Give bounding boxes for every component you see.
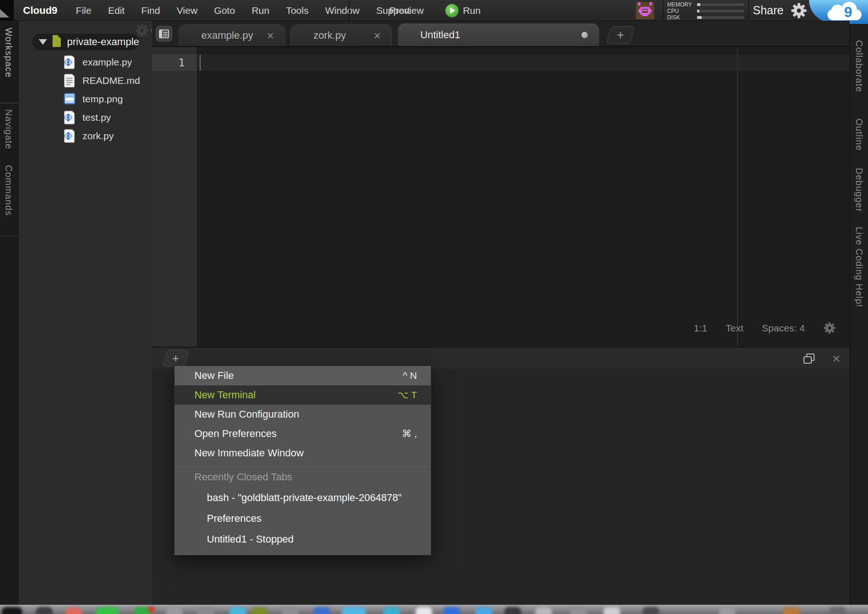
menu-run[interactable]: Run — [243, 0, 278, 21]
close-icon[interactable]: × — [267, 29, 274, 42]
dock-icon — [475, 607, 492, 614]
dock-icon — [166, 607, 182, 614]
close-icon[interactable]: × — [374, 29, 381, 42]
tab-untitled1[interactable]: Untitled1 — [398, 23, 599, 46]
disk-stat: DISK — [667, 14, 745, 20]
dock-icon — [383, 607, 400, 614]
run-button[interactable]: Run — [445, 0, 481, 21]
settings-gear-icon[interactable] — [791, 2, 807, 19]
sidebar-tab-workspace[interactable]: Workspace — [3, 28, 14, 78]
tab-list-button[interactable] — [156, 26, 172, 41]
spaces-setting[interactable]: Spaces: 4 — [762, 323, 805, 334]
tree-item-temp-png[interactable]: temp.png — [18, 90, 152, 108]
tab-example-py[interactable]: example.py × — [179, 24, 285, 46]
line-number: 1 — [152, 54, 197, 71]
tab-zork-py[interactable]: zork.py × — [291, 24, 392, 46]
tree-item-zork-py[interactable]: zork.py — [18, 127, 152, 145]
folder-icon — [53, 37, 61, 47]
dock-icon — [604, 607, 620, 614]
dock-icon — [570, 607, 587, 614]
sidebar-tab-outline[interactable]: Outline — [854, 118, 864, 151]
console-plus-menu: New File ^ N New Terminal ⌥ T New Run Co… — [174, 366, 431, 555]
console-new-tab-button[interactable]: + — [163, 350, 189, 366]
python-file-icon — [64, 129, 76, 143]
menu-find[interactable]: Find — [133, 0, 169, 21]
menu-item-new-run-configuration[interactable]: New Run Configuration — [175, 405, 431, 424]
sidebar-tab-collaborate[interactable]: Collaborate — [854, 40, 864, 92]
dock-icon — [313, 607, 330, 614]
cursor-position[interactable]: 1:1 — [694, 323, 707, 334]
dock-icon — [783, 607, 800, 614]
memory-stat: MEMORY — [667, 1, 745, 7]
file-tree-panel: ▼ private-example example.py README.md t… — [18, 21, 152, 605]
user-avatar[interactable] — [636, 2, 654, 19]
tree-file-list: example.py README.md temp.png test.py zo… — [18, 53, 152, 145]
disk-bar — [697, 16, 745, 19]
preview-button[interactable]: Preview — [389, 0, 424, 21]
dock-icon — [282, 607, 299, 614]
dock-icon — [504, 607, 521, 614]
tree-item-test-py[interactable]: test.py — [18, 108, 152, 127]
dock-icon — [643, 607, 659, 614]
menu-window[interactable]: Window — [317, 0, 368, 21]
tree-gear-icon — [135, 24, 149, 37]
run-controls: Preview Run — [389, 0, 481, 21]
divider — [823, 351, 824, 366]
left-rail: Workspace Navigate Commands — [0, 21, 18, 605]
menubar-divider — [349, 0, 350, 21]
sidebar-tab-debugger[interactable]: Debugger — [854, 168, 864, 212]
menu-item-recent-untitled1[interactable]: Untitled1 - Stopped — [175, 529, 431, 549]
macos-dock[interactable] — [0, 605, 868, 614]
window-corner — [0, 0, 14, 21]
tree-item-example-py[interactable]: example.py — [18, 53, 152, 71]
menu-item-new-file[interactable]: New File ^ N — [175, 366, 431, 385]
tree-item-readme-md[interactable]: README.md — [18, 71, 152, 90]
menu-tools[interactable]: Tools — [278, 0, 317, 21]
dock-icon — [251, 607, 268, 614]
editor-pane[interactable]: 1 1:1 Text Spaces: 4 — [152, 46, 850, 347]
cpu-stat: CPU — [667, 8, 745, 14]
shortcut-new-terminal: ⌥ T — [398, 390, 417, 401]
disclosure-triangle-icon[interactable] — [39, 39, 47, 45]
sidebar-tab-live-coding-help[interactable]: Live Coding Help! — [854, 227, 864, 307]
menu-file[interactable]: File — [68, 0, 100, 21]
syntax-mode[interactable]: Text — [726, 323, 744, 334]
menu-item-open-preferences[interactable]: Open Preferences ⌘ , — [175, 424, 431, 443]
corner-triangle-icon — [0, 6, 9, 18]
resource-stats: MEMORY CPU DISK — [667, 1, 745, 21]
menu-goto[interactable]: Goto — [206, 0, 244, 21]
console-controls: × — [803, 348, 840, 370]
status-gear-icon[interactable] — [823, 322, 836, 334]
dock-icon — [197, 607, 214, 614]
menu-item-recent-preferences[interactable]: Preferences — [175, 508, 431, 529]
python-file-icon — [64, 111, 76, 124]
new-tab-button[interactable]: + — [606, 26, 635, 44]
maximize-panel-icon[interactable] — [803, 354, 815, 364]
close-panel-icon[interactable]: × — [832, 352, 840, 366]
text-file-icon — [64, 74, 76, 88]
menu-item-recent-bash[interactable]: bash - "goldblatt-private-example-206487… — [175, 487, 431, 508]
dock-icon — [36, 607, 53, 614]
menu-section-header: Recently Closed Tabs — [175, 467, 431, 487]
app-logo-text[interactable]: Cloud9 — [17, 0, 68, 21]
right-rail: Collaborate Outline Debugger Live Coding… — [850, 24, 868, 605]
menubar-divider — [663, 0, 663, 21]
menu-item-new-immediate-window[interactable]: New Immediate Window — [175, 443, 431, 463]
active-line-highlight — [152, 54, 850, 71]
tabs-row: example.py × zork.py × Untitled1 + — [179, 23, 633, 46]
share-button[interactable]: Share — [753, 0, 784, 21]
sidebar-tab-navigate[interactable]: Navigate — [3, 109, 14, 149]
dock-icon — [829, 607, 846, 614]
cloud9-nine: 9 — [844, 4, 852, 21]
menu-edit[interactable]: Edit — [100, 0, 133, 21]
tree-root-folder[interactable]: private-example — [32, 34, 139, 50]
cloud9-cloud-icon: 9 — [827, 4, 862, 21]
sidebar-tab-commands[interactable]: Commands — [3, 165, 14, 216]
dock-icon — [229, 607, 246, 614]
dock-icon — [2, 607, 22, 614]
editor-tab-strip: example.py × zork.py × Untitled1 + — [152, 21, 850, 46]
menu-item-new-terminal[interactable]: New Terminal ⌥ T — [175, 385, 431, 405]
python-file-icon — [64, 55, 76, 69]
menubar-left-group: Cloud9 File Edit Find View Goto Run Tool… — [17, 0, 418, 21]
menu-view[interactable]: View — [168, 0, 205, 21]
